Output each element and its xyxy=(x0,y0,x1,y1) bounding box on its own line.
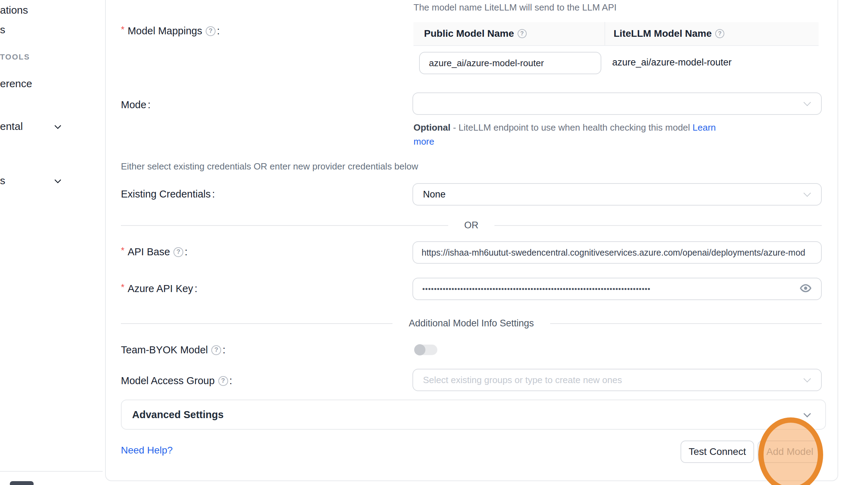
required-mark: * xyxy=(121,245,124,256)
help-icon[interactable]: ? xyxy=(218,376,228,386)
advanced-settings-panel[interactable]: Advanced Settings xyxy=(121,400,826,430)
help-icon[interactable]: ? xyxy=(715,29,724,38)
sidebar-item-organizations[interactable]: ations xyxy=(0,4,28,16)
litellm-model-name-value: azure_ai/azure-model-router xyxy=(612,57,732,68)
sidebar-section-tools: TOOLS xyxy=(0,53,30,62)
sidebar-item-settings[interactable]: s xyxy=(0,175,5,187)
api-base-label: * API Base ? : xyxy=(121,246,187,258)
chevron-down-icon xyxy=(804,99,811,106)
azure-api-key-input[interactable]: ••••••••••••••••••••••••••••••••••••••••… xyxy=(412,278,822,300)
sidebar-item[interactable]: s xyxy=(0,24,5,36)
mode-help-text: Optional - LiteLLM endpoint to use when … xyxy=(414,120,729,148)
sidebar-divider xyxy=(0,471,103,472)
credentials-note: Either select existing credentials OR en… xyxy=(121,161,418,172)
existing-credentials-value: None xyxy=(413,189,446,200)
public-model-name-input[interactable]: azure_ai/azure-model-router xyxy=(419,52,601,74)
api-base-input[interactable]: https://ishaa-mh6uutut-swedencentral.cog… xyxy=(412,241,822,264)
model-access-group-placeholder: Select existing groups or type to create… xyxy=(413,375,622,386)
model-name-hint: The model name LiteLLM will send to the … xyxy=(414,2,617,13)
table-header-row: Public Model Name ? LiteLLM Model Name ? xyxy=(414,22,819,46)
mode-label: Mode: xyxy=(121,99,151,111)
need-help-link[interactable]: Need Help? xyxy=(121,445,173,456)
help-icon[interactable]: ? xyxy=(518,29,527,38)
required-mark: * xyxy=(121,24,124,35)
sidebar-item-reference[interactable]: erence xyxy=(0,78,32,90)
team-byok-label: Team-BYOK Model ? : xyxy=(121,344,225,356)
chevron-down-icon[interactable] xyxy=(54,176,61,183)
help-icon[interactable]: ? xyxy=(173,247,183,257)
col-public-model-name: Public Model Name ? xyxy=(414,22,605,45)
toggle-knob xyxy=(414,344,425,355)
existing-credentials-select[interactable]: None xyxy=(412,183,822,206)
chevron-down-icon xyxy=(804,410,811,417)
chevron-down-icon xyxy=(804,375,811,382)
api-base-value: https://ishaa-mh6uutut-swedencentral.cog… xyxy=(413,248,806,258)
add-model-page: ations s TOOLS erence ental s The model … xyxy=(0,0,868,485)
model-mappings-table: Public Model Name ? LiteLLM Model Name ? xyxy=(414,22,819,46)
sidebar-item-experimental[interactable]: ental xyxy=(0,120,23,132)
team-byok-toggle[interactable] xyxy=(414,345,437,355)
required-mark: * xyxy=(121,282,124,293)
info-settings-divider: Additional Model Info Settings xyxy=(121,318,822,329)
mode-select[interactable] xyxy=(412,92,822,115)
eye-icon[interactable] xyxy=(799,282,812,296)
model-mappings-label: * Model Mappings ? : xyxy=(121,25,220,37)
help-icon[interactable]: ? xyxy=(211,345,221,355)
help-icon[interactable]: ? xyxy=(206,26,216,36)
test-connect-button[interactable]: Test Connect xyxy=(681,441,754,463)
masked-api-key: ••••••••••••••••••••••••••••••••••••••••… xyxy=(413,285,785,293)
sidebar-collapse-handle[interactable] xyxy=(10,481,34,485)
col-litellm-model-name: LiteLLM Model Name ? xyxy=(605,28,819,39)
existing-credentials-label: Existing Credentials: xyxy=(121,188,215,200)
advanced-settings-label: Advanced Settings xyxy=(132,409,224,421)
azure-api-key-label: * Azure API Key : xyxy=(121,283,197,295)
model-access-group-label: Model Access Group ? : xyxy=(121,375,232,387)
chevron-down-icon xyxy=(804,189,811,197)
chevron-down-icon[interactable] xyxy=(54,122,61,129)
model-access-group-select[interactable]: Select existing groups or type to create… xyxy=(412,369,822,391)
or-divider: OR xyxy=(121,220,822,231)
